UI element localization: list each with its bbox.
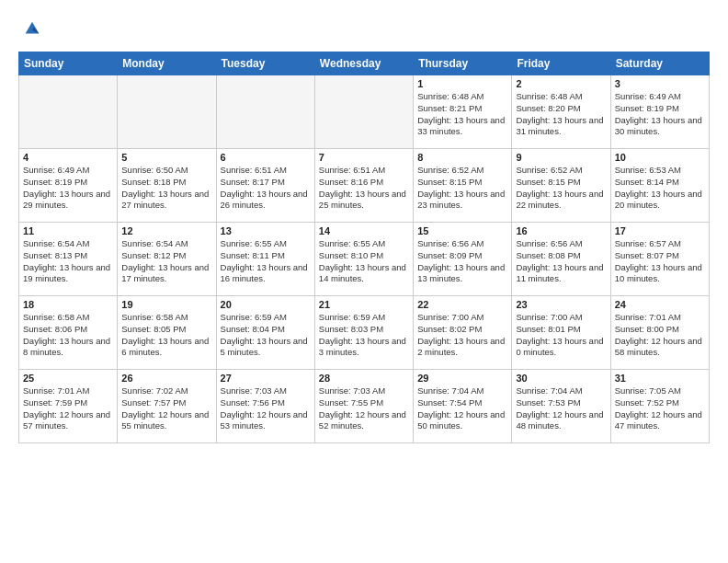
day-number: 10 xyxy=(615,152,705,163)
day-cell: 9Sunrise: 6:52 AMSunset: 8:15 PMDaylight… xyxy=(512,149,610,223)
day-info: Sunrise: 7:00 AMSunset: 8:02 PMDaylight:… xyxy=(417,312,507,359)
day-info: Sunrise: 6:56 AMSunset: 8:09 PMDaylight:… xyxy=(417,238,507,285)
day-info: Sunrise: 6:58 AMSunset: 8:06 PMDaylight:… xyxy=(23,312,113,359)
logo-icon xyxy=(22,18,42,39)
day-number: 20 xyxy=(221,299,311,310)
day-cell: 4Sunrise: 6:49 AMSunset: 8:19 PMDaylight… xyxy=(19,149,118,223)
calendar: SundayMondayTuesdayWednesdayThursdayFrid… xyxy=(18,52,710,443)
weekday-header-row: SundayMondayTuesdayWednesdayThursdayFrid… xyxy=(19,52,710,75)
day-info: Sunrise: 6:54 AMSunset: 8:13 PMDaylight:… xyxy=(23,238,113,285)
day-cell: 10Sunrise: 6:53 AMSunset: 8:14 PMDayligh… xyxy=(610,149,709,223)
day-cell xyxy=(19,75,118,149)
day-info: Sunrise: 6:55 AMSunset: 8:11 PMDaylight:… xyxy=(221,238,311,285)
day-number: 4 xyxy=(23,152,113,163)
day-info: Sunrise: 6:50 AMSunset: 8:18 PMDaylight:… xyxy=(121,165,211,212)
day-info: Sunrise: 7:03 AMSunset: 7:55 PMDaylight:… xyxy=(319,385,409,432)
day-cell: 6Sunrise: 6:51 AMSunset: 8:17 PMDaylight… xyxy=(216,149,314,223)
day-number: 5 xyxy=(121,152,211,163)
day-number: 12 xyxy=(121,225,211,236)
weekday-header-tuesday: Tuesday xyxy=(216,52,314,75)
day-number: 9 xyxy=(516,152,606,163)
day-info: Sunrise: 6:51 AMSunset: 8:16 PMDaylight:… xyxy=(319,165,409,212)
day-cell xyxy=(118,75,216,149)
day-cell: 29Sunrise: 7:04 AMSunset: 7:54 PMDayligh… xyxy=(414,370,512,443)
week-row-5: 25Sunrise: 7:01 AMSunset: 7:59 PMDayligh… xyxy=(19,370,710,443)
day-info: Sunrise: 6:52 AMSunset: 8:15 PMDaylight:… xyxy=(417,165,507,212)
day-cell: 31Sunrise: 7:05 AMSunset: 7:52 PMDayligh… xyxy=(610,370,709,443)
day-number: 22 xyxy=(417,299,507,310)
day-cell: 24Sunrise: 7:01 AMSunset: 8:00 PMDayligh… xyxy=(610,296,709,370)
day-info: Sunrise: 6:56 AMSunset: 8:08 PMDaylight:… xyxy=(516,238,606,285)
day-number: 24 xyxy=(615,299,705,310)
day-cell: 14Sunrise: 6:55 AMSunset: 8:10 PMDayligh… xyxy=(314,223,413,296)
day-cell: 16Sunrise: 6:56 AMSunset: 8:08 PMDayligh… xyxy=(512,223,610,296)
weekday-header-sunday: Sunday xyxy=(19,52,118,75)
day-number: 16 xyxy=(516,225,606,236)
day-number: 26 xyxy=(121,373,211,384)
day-cell: 25Sunrise: 7:01 AMSunset: 7:59 PMDayligh… xyxy=(19,370,118,443)
day-cell: 22Sunrise: 7:00 AMSunset: 8:02 PMDayligh… xyxy=(414,296,512,370)
header xyxy=(18,17,710,39)
day-info: Sunrise: 6:48 AMSunset: 8:20 PMDaylight:… xyxy=(516,91,606,138)
day-number: 27 xyxy=(221,373,311,384)
day-info: Sunrise: 6:58 AMSunset: 8:05 PMDaylight:… xyxy=(121,312,211,359)
weekday-header-friday: Friday xyxy=(512,52,610,75)
day-cell: 1Sunrise: 6:48 AMSunset: 8:21 PMDaylight… xyxy=(414,75,512,149)
day-cell: 2Sunrise: 6:48 AMSunset: 8:20 PMDaylight… xyxy=(512,75,610,149)
day-info: Sunrise: 7:01 AMSunset: 8:00 PMDaylight:… xyxy=(615,312,705,359)
week-row-3: 11Sunrise: 6:54 AMSunset: 8:13 PMDayligh… xyxy=(19,223,710,296)
day-cell: 11Sunrise: 6:54 AMSunset: 8:13 PMDayligh… xyxy=(19,223,118,296)
day-info: Sunrise: 6:52 AMSunset: 8:15 PMDaylight:… xyxy=(516,165,606,212)
day-number: 28 xyxy=(319,373,409,384)
day-info: Sunrise: 7:01 AMSunset: 7:59 PMDaylight:… xyxy=(23,385,113,432)
day-number: 6 xyxy=(221,152,311,163)
day-cell: 21Sunrise: 6:59 AMSunset: 8:03 PMDayligh… xyxy=(314,296,413,370)
day-cell: 18Sunrise: 6:58 AMSunset: 8:06 PMDayligh… xyxy=(19,296,118,370)
day-info: Sunrise: 6:54 AMSunset: 8:12 PMDaylight:… xyxy=(121,238,211,285)
day-cell: 8Sunrise: 6:52 AMSunset: 8:15 PMDaylight… xyxy=(414,149,512,223)
day-number: 18 xyxy=(23,299,113,310)
day-cell: 19Sunrise: 6:58 AMSunset: 8:05 PMDayligh… xyxy=(118,296,216,370)
day-cell: 5Sunrise: 6:50 AMSunset: 8:18 PMDaylight… xyxy=(118,149,216,223)
day-cell: 3Sunrise: 6:49 AMSunset: 8:19 PMDaylight… xyxy=(610,75,709,149)
logo xyxy=(18,17,42,39)
day-number: 19 xyxy=(121,299,211,310)
day-cell: 27Sunrise: 7:03 AMSunset: 7:56 PMDayligh… xyxy=(216,370,314,443)
day-number: 1 xyxy=(417,78,507,89)
day-info: Sunrise: 7:04 AMSunset: 7:54 PMDaylight:… xyxy=(417,385,507,432)
day-number: 3 xyxy=(615,78,705,89)
day-info: Sunrise: 7:03 AMSunset: 7:56 PMDaylight:… xyxy=(221,385,311,432)
weekday-header-wednesday: Wednesday xyxy=(314,52,413,75)
day-number: 31 xyxy=(615,373,705,384)
day-number: 30 xyxy=(516,373,606,384)
day-info: Sunrise: 6:59 AMSunset: 8:03 PMDaylight:… xyxy=(319,312,409,359)
day-info: Sunrise: 6:48 AMSunset: 8:21 PMDaylight:… xyxy=(417,91,507,138)
day-info: Sunrise: 7:00 AMSunset: 8:01 PMDaylight:… xyxy=(516,312,606,359)
day-number: 17 xyxy=(615,225,705,236)
day-info: Sunrise: 6:49 AMSunset: 8:19 PMDaylight:… xyxy=(615,91,705,138)
day-number: 25 xyxy=(23,373,113,384)
weekday-header-thursday: Thursday xyxy=(414,52,512,75)
day-cell: 13Sunrise: 6:55 AMSunset: 8:11 PMDayligh… xyxy=(216,223,314,296)
week-row-1: 1Sunrise: 6:48 AMSunset: 8:21 PMDaylight… xyxy=(19,75,710,149)
day-cell: 7Sunrise: 6:51 AMSunset: 8:16 PMDaylight… xyxy=(314,149,413,223)
day-cell: 15Sunrise: 6:56 AMSunset: 8:09 PMDayligh… xyxy=(414,223,512,296)
page: SundayMondayTuesdayWednesdayThursdayFrid… xyxy=(0,0,728,456)
weekday-header-monday: Monday xyxy=(118,52,216,75)
day-number: 14 xyxy=(319,225,409,236)
day-cell: 30Sunrise: 7:04 AMSunset: 7:53 PMDayligh… xyxy=(512,370,610,443)
day-info: Sunrise: 7:02 AMSunset: 7:57 PMDaylight:… xyxy=(121,385,211,432)
day-cell: 23Sunrise: 7:00 AMSunset: 8:01 PMDayligh… xyxy=(512,296,610,370)
day-number: 21 xyxy=(319,299,409,310)
week-row-4: 18Sunrise: 6:58 AMSunset: 8:06 PMDayligh… xyxy=(19,296,710,370)
week-row-2: 4Sunrise: 6:49 AMSunset: 8:19 PMDaylight… xyxy=(19,149,710,223)
day-cell xyxy=(314,75,413,149)
day-info: Sunrise: 6:55 AMSunset: 8:10 PMDaylight:… xyxy=(319,238,409,285)
weekday-header-saturday: Saturday xyxy=(610,52,709,75)
day-number: 7 xyxy=(319,152,409,163)
day-info: Sunrise: 7:05 AMSunset: 7:52 PMDaylight:… xyxy=(615,385,705,432)
day-info: Sunrise: 6:57 AMSunset: 8:07 PMDaylight:… xyxy=(615,238,705,285)
day-info: Sunrise: 6:49 AMSunset: 8:19 PMDaylight:… xyxy=(23,165,113,212)
day-info: Sunrise: 6:51 AMSunset: 8:17 PMDaylight:… xyxy=(221,165,311,212)
day-cell: 17Sunrise: 6:57 AMSunset: 8:07 PMDayligh… xyxy=(610,223,709,296)
